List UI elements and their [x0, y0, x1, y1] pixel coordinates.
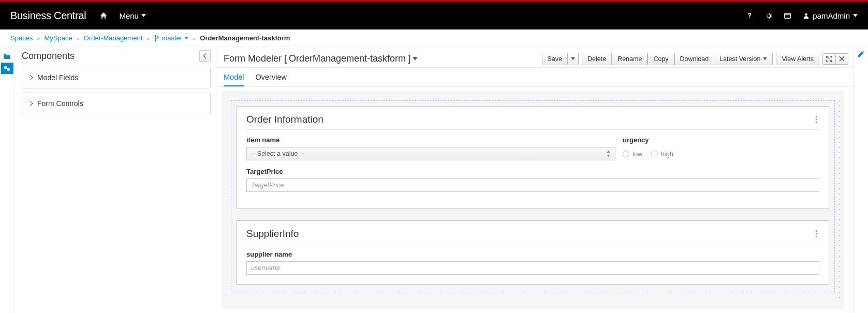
item-name-select[interactable]: -- Select a value --: [246, 147, 615, 160]
urgency-radio-group: low high: [623, 147, 819, 160]
gear-icon[interactable]: [764, 12, 772, 20]
chevron-left-icon: [203, 53, 207, 58]
breadcrumb-sep: »: [146, 35, 150, 41]
save-button[interactable]: Save: [542, 53, 568, 65]
svg-point-7: [4, 66, 7, 69]
breadcrumb-current: OrderManagement-taskform: [200, 34, 290, 42]
editor-toolbar: Save Delete Rename Copy Download Latest …: [542, 53, 849, 65]
chevron-right-icon: [30, 101, 33, 106]
chevron-down-icon: [853, 14, 858, 17]
branch-selector[interactable]: master: [154, 34, 188, 42]
radio-label: low: [632, 150, 643, 158]
panel-supplier-info[interactable]: SupplierInfo supplier name: [237, 220, 829, 285]
editor-area: Form Modeler [OrderManagement-taskform] …: [216, 47, 854, 313]
svg-text:?: ?: [748, 12, 752, 19]
breadcrumb-sep: »: [77, 35, 80, 41]
chevron-down-icon: [413, 57, 418, 61]
svg-point-12: [816, 230, 817, 232]
panel-title: SupplierInfo: [246, 228, 299, 240]
editor-title-name: OrderManagement-taskform: [289, 53, 406, 64]
radio-icon: [623, 151, 629, 157]
grid-handle: [837, 98, 842, 302]
svg-point-4: [155, 35, 156, 37]
svg-point-3: [805, 13, 807, 16]
target-price-label: TargetPrice: [246, 168, 819, 175]
urgency-radio-high[interactable]: high: [651, 150, 674, 158]
breadcrumb-sep: »: [37, 35, 40, 41]
tab-overview[interactable]: Overview: [256, 73, 287, 86]
svg-point-10: [816, 119, 817, 121]
delete-button[interactable]: Delete: [582, 53, 612, 65]
view-alerts-button[interactable]: View Alerts: [776, 53, 819, 65]
accordion-label: Model Fields: [37, 73, 78, 82]
svg-point-13: [816, 233, 817, 235]
branch-icon: [154, 35, 159, 41]
tab-bar: Model Overview: [216, 68, 854, 87]
chevron-down-icon: [763, 57, 767, 60]
breadcrumb-myspace[interactable]: MySpace: [45, 34, 72, 42]
urgency-radio-low[interactable]: low: [623, 150, 643, 158]
breadcrumb-project[interactable]: Order-Management: [84, 34, 142, 42]
panel-menu-icon[interactable]: [813, 116, 819, 123]
target-price-input[interactable]: [246, 178, 819, 192]
svg-point-5: [155, 39, 156, 41]
svg-point-14: [816, 236, 817, 237]
svg-point-6: [157, 36, 159, 37]
user-label: pamAdmin: [813, 11, 850, 20]
workspace: Components Model Fields Form Controls Fo…: [0, 47, 868, 313]
close-icon: [839, 56, 845, 62]
copy-button[interactable]: Copy: [648, 53, 674, 65]
chevron-right-icon: [30, 75, 33, 80]
right-rail: [854, 47, 868, 313]
top-navbar: Business Central Menu ? pamAdmin: [0, 2, 868, 29]
expand-icon: [826, 56, 832, 62]
radio-label: high: [661, 150, 674, 158]
tab-model[interactable]: Model: [224, 73, 244, 86]
editor-header: Form Modeler [OrderManagement-taskform] …: [216, 47, 854, 68]
item-name-label: item name: [246, 136, 615, 144]
collapse-panel-button[interactable]: [199, 50, 211, 62]
supplier-name-input[interactable]: [246, 261, 819, 275]
rename-button[interactable]: Rename: [612, 53, 648, 65]
expand-button[interactable]: [822, 53, 836, 65]
chevron-down-icon: [141, 14, 146, 17]
breadcrumb: Spaces » MySpace » Order-Management » ma…: [0, 29, 868, 47]
user-menu[interactable]: pamAdmin: [803, 11, 858, 20]
urgency-label: urgency: [623, 136, 819, 144]
select-placeholder: -- Select a value --: [251, 150, 304, 157]
components-title: Components: [22, 51, 75, 62]
svg-point-11: [816, 122, 817, 123]
svg-rect-1: [785, 13, 790, 18]
latest-version-button[interactable]: Latest Version: [714, 53, 773, 65]
panel-menu-icon[interactable]: [813, 230, 819, 237]
download-button[interactable]: Download: [674, 53, 715, 65]
apps-icon[interactable]: [784, 12, 791, 20]
topbar-right: ? pamAdmin: [746, 11, 858, 20]
close-button[interactable]: [836, 53, 848, 65]
breadcrumb-spaces[interactable]: Spaces: [10, 34, 33, 42]
edit-icon[interactable]: [857, 50, 865, 313]
form-root-frame[interactable]: Order Information item name -- Select a …: [231, 100, 835, 292]
brand-title: Business Central: [10, 10, 86, 22]
components-icon[interactable]: [1, 63, 13, 74]
accordion-form-controls[interactable]: Form Controls: [22, 93, 211, 114]
editor-title-suffix: ]: [408, 53, 410, 64]
menu-toggle[interactable]: Menu: [119, 11, 146, 20]
components-panel: Components Model Fields Form Controls: [14, 47, 216, 313]
branch-label: master: [161, 34, 182, 42]
chevron-down-icon: [571, 57, 575, 60]
latest-version-label: Latest Version: [719, 55, 760, 63]
save-dropdown-button[interactable]: [568, 53, 579, 65]
project-explorer-icon[interactable]: [1, 50, 13, 62]
editor-title-prefix: Form Modeler [: [224, 53, 287, 64]
editor-title[interactable]: Form Modeler [OrderManagement-taskform]: [224, 53, 418, 64]
menu-label: Menu: [119, 11, 139, 20]
home-icon[interactable]: [99, 11, 108, 20]
help-icon[interactable]: ?: [746, 12, 753, 19]
accordion-model-fields[interactable]: Model Fields: [22, 67, 211, 88]
left-rail: [0, 47, 14, 313]
user-icon: [803, 12, 810, 19]
supplier-name-label: supplier name: [246, 250, 819, 258]
accordion-label: Form Controls: [37, 99, 83, 108]
panel-order-information[interactable]: Order Information item name -- Select a …: [237, 106, 829, 209]
